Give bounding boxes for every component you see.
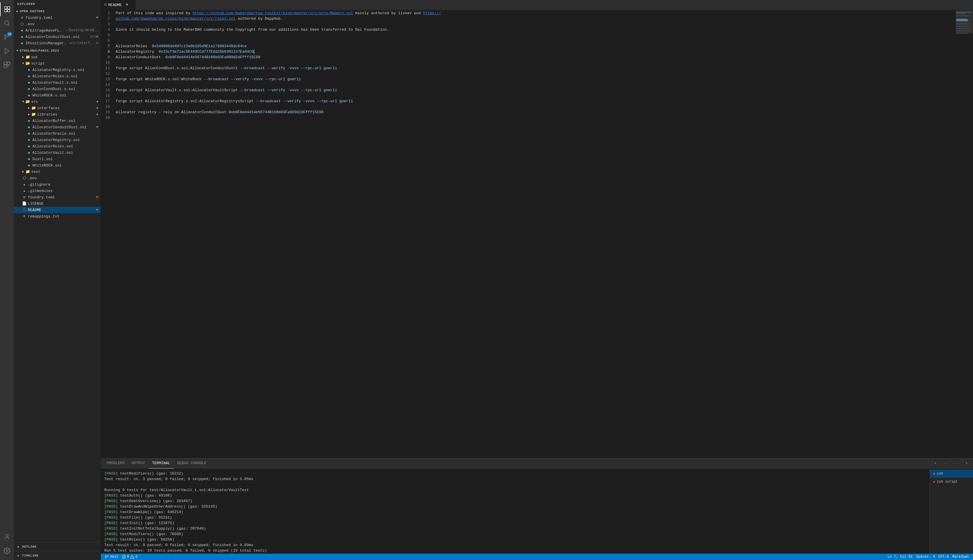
- status-encoding[interactable]: UTF-8: [936, 553, 950, 560]
- open-file-arbitrage[interactable]: ◆ ArbitrageAaveFL.sol ~/Desktop/ArbB...: [14, 27, 100, 33]
- file-env[interactable]: ⬡ .env: [14, 175, 100, 181]
- status-spaces[interactable]: Spaces: 4: [915, 553, 937, 560]
- term-text-7: testDrawAndWipeOtherAddress() (gas: 3261…: [118, 504, 217, 509]
- search-icon[interactable]: [0, 16, 14, 30]
- tab-problems[interactable]: PROBLEMS: [103, 458, 128, 468]
- project-root[interactable]: ▼ ETHGLOBALPARIS_2023: [14, 47, 100, 54]
- timeline-header[interactable]: ▶ TIMELINE: [14, 552, 100, 559]
- terminal-content[interactable]: [PASS] testModifiers() (gas: 16232) Test…: [101, 468, 930, 553]
- file-remappings[interactable]: ≡ remappings.txt: [14, 213, 100, 220]
- folder-interfaces-badge: ●: [96, 106, 100, 110]
- file-foundry-toml[interactable]: ⚙ foundry.toml M: [14, 194, 100, 200]
- code-text-9a: AllocatorConduitDust: [116, 55, 166, 60]
- file-allocvault[interactable]: ◆ AllocatorVault.sol: [14, 149, 100, 156]
- term-text-8: testDrawWipe() (gas: 646214): [118, 510, 183, 514]
- term-line-3: [104, 482, 926, 487]
- folder-libraries[interactable]: ▶ 📁 libraries ●: [14, 111, 100, 118]
- file-allocroles-s-name: AllocatorRoles.s.sol: [32, 74, 100, 78]
- svg-point-14: [105, 555, 106, 556]
- status-ln-col[interactable]: Ln 7, Col 61: [886, 553, 914, 560]
- tab-debug-console[interactable]: DEBUG CONSOLE: [174, 458, 210, 468]
- code-content[interactable]: Part of this code was inspired by https:…: [113, 10, 956, 458]
- file-allocregistry-s[interactable]: ◆ AllocatorRegistry.s.sol: [14, 67, 100, 73]
- source-control-icon[interactable]: 10: [0, 30, 14, 44]
- folder-interfaces-name: interfaces: [37, 106, 96, 110]
- tab-readme[interactable]: M README ×: [101, 0, 135, 10]
- run-debug-icon[interactable]: [0, 44, 14, 58]
- code-text-8a: AllocatorRegistry: [116, 49, 159, 55]
- code-flag-4: --broadcast --verify -vvvv --rpc-url goe…: [256, 98, 353, 104]
- tab-debug-console-label: DEBUG CONSOLE: [177, 461, 207, 465]
- extensions-icon[interactable]: [0, 58, 14, 72]
- file-allocconddust-s[interactable]: ◆ AllocCondDust.s.sol: [14, 86, 100, 92]
- line-num-1: 1: [105, 10, 110, 16]
- term-pass-5: [PASS]: [104, 510, 118, 514]
- open-file-foundry-toml[interactable]: ⚙ foundry.toml M: [14, 15, 100, 21]
- file-allocroles-s[interactable]: ◆ AllocatorRoles.s.sol: [14, 73, 100, 79]
- content-area: M README × 1 2 3 4 5 6 7 8 9 10 11 12 13: [101, 0, 973, 560]
- code-text-7a: AllocatorRoles: [116, 43, 152, 49]
- shell-item-zsh-1[interactable]: zsh: [930, 470, 973, 478]
- file-whiterock[interactable]: ◆ WhiteROCK.sol: [14, 162, 100, 168]
- file-remappings-name: remappings.txt: [28, 214, 100, 218]
- shell-dot-2: [933, 481, 935, 483]
- file-foundry-toml-badge: M: [96, 195, 100, 199]
- open-file-allocator-conduit[interactable]: ◆ AllocatorConduitDust.sol src M: [14, 33, 100, 40]
- code-link-2[interactable]: https://: [423, 10, 441, 16]
- line-num-7: 7: [105, 43, 110, 49]
- folder-interfaces-arrow: ▶: [27, 106, 31, 110]
- tab-terminal[interactable]: TERMINAL: [148, 458, 173, 468]
- folder-script[interactable]: ▼ 📂 script: [14, 60, 100, 67]
- terminal-split-btn[interactable]: ⌵: [942, 459, 950, 467]
- file-gitmodules[interactable]: ⬥ .gitmodules: [14, 188, 100, 194]
- tab-readme-close[interactable]: ×: [125, 3, 130, 7]
- txt-icon: ≡: [22, 214, 27, 218]
- explorer-icon[interactable]: [0, 2, 14, 16]
- file-gitignore[interactable]: ⬥ .gitignore: [14, 181, 100, 188]
- file-allocroles[interactable]: ◆ AllocatorRoles.sol: [14, 143, 100, 149]
- open-editors-header[interactable]: ▶ OPEN EDITORS: [14, 8, 100, 15]
- status-language[interactable]: Markdown: [950, 553, 971, 560]
- folder-script-name: script: [31, 62, 100, 66]
- shell-item-zsh-script[interactable]: zsh script: [930, 478, 973, 486]
- sol-icon-16: ◆: [27, 163, 31, 168]
- warning-icon: [130, 555, 134, 559]
- timeline-label: TIMELINE: [22, 554, 38, 557]
- folder-out[interactable]: ▶ 📁 out: [14, 54, 100, 60]
- code-text-11a: forge script AllocCondDust.s.sol:Allocat…: [116, 65, 240, 71]
- code-text-15a: forge script AllocatorVault.s.sol:Alloca…: [116, 87, 240, 93]
- terminal-actions: + ⌵ ··· ×: [931, 459, 971, 467]
- sol-icon-15: ◆: [27, 157, 31, 161]
- file-allocvault-s[interactable]: ◆ AllocatorVault.s.sol: [14, 79, 100, 86]
- file-license[interactable]: 📄 LICENSE: [14, 200, 100, 207]
- open-file-ipositions[interactable]: ◆ IPositionsManager.sol src/interf... U: [14, 40, 100, 46]
- settings-icon[interactable]: [0, 544, 14, 558]
- file-allocregistry[interactable]: ◆ AllocatorRegistry.sol: [14, 137, 100, 143]
- outline-header[interactable]: ▶ OUTLINE: [14, 543, 100, 550]
- status-errors[interactable]: 0 0: [120, 553, 139, 560]
- folder-src[interactable]: ▼ 📂 src ●: [14, 98, 100, 105]
- line-num-8: 8: [105, 49, 110, 55]
- file-allocbuffer[interactable]: ◆ AllocatorBuffer.sol: [14, 118, 100, 124]
- code-addr-2: 0x15cf3e71ac5E449CCd777Edd25b0301137Ea04…: [159, 49, 254, 55]
- file-dust1[interactable]: ◆ Dust1.sol: [14, 156, 100, 162]
- status-git-branch[interactable]: devt: [103, 553, 120, 560]
- terminal-close-btn[interactable]: ×: [963, 459, 971, 467]
- file-allocconddust[interactable]: ◆ AllocatorConduitDust.sol M: [14, 124, 100, 130]
- open-file-env[interactable]: ⬡ .env: [14, 21, 100, 27]
- tab-output[interactable]: OUTPUT: [128, 458, 148, 468]
- folder-test[interactable]: ▶ 📁 test: [14, 168, 100, 175]
- code-link-3[interactable]: github.com/dapphub/ds-roles/blob/master/…: [116, 16, 235, 22]
- code-line-8: AllocatorRegistry 0x15cf3e71ac5E449CCd77…: [116, 49, 956, 55]
- terminal-new-btn[interactable]: +: [931, 459, 940, 467]
- line-num-19: 19: [105, 110, 110, 115]
- folder-interfaces[interactable]: ▶ 📁 interfaces ●: [14, 105, 100, 111]
- remote-explorer-icon[interactable]: [0, 530, 14, 544]
- code-link-1[interactable]: https://github.com/makerdao/rwa-toolkit/…: [193, 10, 353, 16]
- term-line-9: [PASS] testFile() (gas: 55251): [104, 515, 926, 520]
- file-allocoracle[interactable]: ◆ AllocatorOracle.sol: [14, 130, 100, 137]
- line-numbers: 1 2 3 4 5 6 7 8 9 10 11 12 13 14 15 16 1…: [101, 10, 113, 458]
- file-whiterock-s[interactable]: ◆ WhiteROCK.s.sol: [14, 92, 100, 98]
- file-readme[interactable]: ⓘ README M: [14, 207, 100, 213]
- terminal-more-btn[interactable]: ···: [952, 459, 960, 467]
